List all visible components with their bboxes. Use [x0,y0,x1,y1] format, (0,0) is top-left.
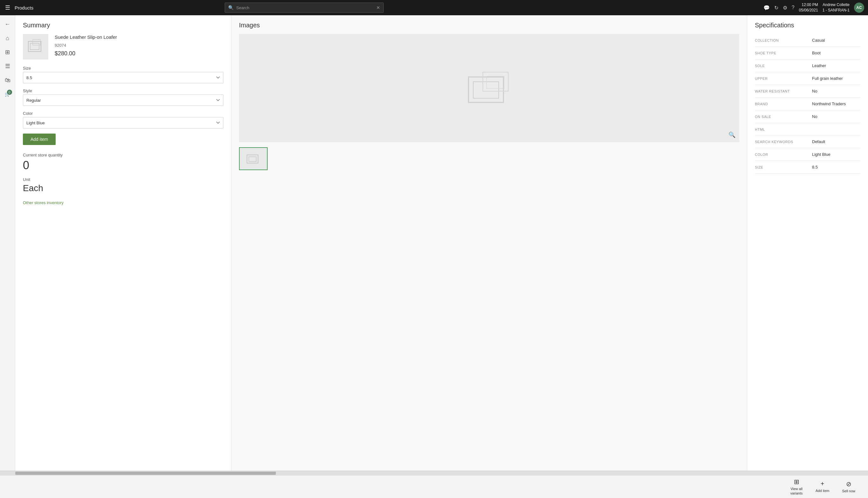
spec-key: WATER RESISTANT [755,89,812,93]
current-time: 12:00 PM [802,2,818,8]
spec-key: SIZE [755,165,812,169]
spec-value: Northwind Traders [812,102,860,106]
home-icon: ⌂ [6,35,9,42]
spec-value: No [812,114,860,119]
menu-icon[interactable]: ☰ [4,3,11,12]
style-label: Style [23,88,223,93]
clear-icon[interactable]: ✕ [376,5,380,10]
badge-count: 0 [7,90,12,95]
svg-rect-1 [30,43,39,50]
svg-rect-5 [473,82,499,98]
footer-add-item-label: Add item [816,489,829,493]
thumbnail-1[interactable] [239,147,268,170]
sidebar-item-grid[interactable]: ⊞ [1,46,14,58]
store-name: 1 - SANFRAN-1 [823,8,850,13]
settings-icon[interactable]: ⚙ [783,5,787,11]
topbar: ☰ Products 🔍 ✕ 💬 ↻ ⚙ ? 12:00 PM 05/06/20… [0,0,868,15]
sidebar-item-list[interactable]: ☰ [1,60,14,73]
spec-value: Boot [812,51,860,55]
specs-panel: Specifications COLLECTION Casual SHOE TY… [747,15,868,471]
quantity-value: 0 [23,159,223,172]
size-select[interactable]: 8.5 9 9.5 10 [23,72,223,83]
unit-label: Unit [23,177,223,182]
sidebar-item-badge[interactable]: 🛒 0 [1,88,14,101]
spec-row: WATER RESISTANT No [755,85,860,97]
view-all-label: View all variants [790,487,803,495]
quantity-section: Current store quantity 0 [23,153,223,172]
spec-value: 8.5 [812,165,860,170]
spec-value: Full grain leather [812,76,860,81]
search-bar[interactable]: 🔍 ✕ [225,2,384,13]
quantity-label: Current store quantity [23,153,223,157]
spec-key: HTML [755,127,812,131]
horizontal-scrollbar[interactable] [0,471,868,475]
search-input[interactable] [236,5,374,10]
sidebar-item-shop[interactable]: 🛍 [1,74,14,87]
summary-panel: Summary Suede Leather Slip-on Loafer 920… [15,15,231,471]
product-id: 92074 [55,43,223,48]
spec-value: Casual [812,38,860,43]
spec-row: SHOE TYPE Boot [755,47,860,60]
search-icon: 🔍 [228,5,234,10]
images-panel: Images 🔍 [231,15,747,471]
sidebar: ← ⌂ ⊞ ☰ 🛍 🛒 0 [0,15,15,471]
spec-key: SHOE TYPE [755,51,812,55]
view-all-variants-button[interactable]: ⊞ View all variants [784,475,809,498]
sidebar-item-back[interactable]: ← [1,18,14,30]
sidebar-item-home[interactable]: ⌂ [1,32,14,44]
current-date: 05/06/2021 [799,8,818,13]
spec-row: SEARCH KEYWORDS Default [755,135,860,148]
spec-value: Leather [812,63,860,68]
product-info: Suede Leather Slip-on Loafer 92074 $280.… [55,34,223,60]
unit-value: Each [23,183,223,193]
grid-icon: ⊞ [5,49,10,56]
spec-row: HTML [755,123,860,135]
list-icon: ☰ [5,63,10,70]
main-image-area: 🔍 [239,34,739,142]
svg-rect-9 [249,157,256,161]
sell-now-label: Sell now [842,489,855,493]
spec-key: COLOR [755,152,812,156]
sell-now-button[interactable]: ⊘ Sell now [836,477,862,496]
style-select[interactable]: Regular Wide Narrow [23,94,223,106]
content-area: Summary Suede Leather Slip-on Loafer 920… [15,15,868,471]
spec-key: UPPER [755,76,812,80]
spec-key: BRAND [755,102,812,106]
refresh-icon[interactable]: ↻ [774,5,778,11]
spec-row: SOLE Leather [755,60,860,72]
spec-row: SIZE 8.5 [755,161,860,174]
sell-icon: ⊘ [846,480,852,488]
chat-icon[interactable]: 💬 [763,5,770,11]
shop-icon: 🛍 [5,77,11,84]
spec-row: UPPER Full grain leather [755,72,860,85]
color-select[interactable]: Light Blue Black Brown White [23,117,223,129]
spec-row: BRAND Northwind Traders [755,97,860,110]
spec-row: COLOR Light Blue [755,148,860,161]
scrollbar-thumb[interactable] [15,472,276,475]
style-section: Style Regular Wide Narrow [23,88,223,106]
add-item-button[interactable]: Add item [23,133,56,145]
spec-value: Default [812,139,860,144]
summary-title: Summary [23,22,223,29]
app-title: Products [15,5,33,11]
thumbnail-row [239,147,739,170]
spec-rows: COLLECTION Casual SHOE TYPE Boot SOLE Le… [755,34,860,174]
images-title: Images [239,22,739,29]
spec-key: COLLECTION [755,38,812,42]
product-name: Suede Leather Slip-on Loafer [55,34,223,40]
back-icon: ← [5,21,11,28]
spec-row: COLLECTION Casual [755,34,860,47]
grid-icon: ⊞ [794,478,799,486]
avatar[interactable]: AC [854,2,864,13]
footer-toolbar: ⊞ View all variants + Add item ⊘ Sell no… [0,475,868,498]
svg-rect-7 [487,76,504,88]
size-label: Size [23,66,223,70]
spec-value: No [812,89,860,93]
plus-icon: + [820,480,825,487]
help-icon[interactable]: ? [792,5,795,11]
color-section: Color Light Blue Black Brown White [23,111,223,129]
zoom-icon[interactable]: 🔍 [729,131,735,138]
size-section: Size 8.5 9 9.5 10 [23,66,223,83]
footer-add-item-button[interactable]: + Add item [809,477,836,496]
other-stores-link[interactable]: Other stores inventory [23,200,64,205]
